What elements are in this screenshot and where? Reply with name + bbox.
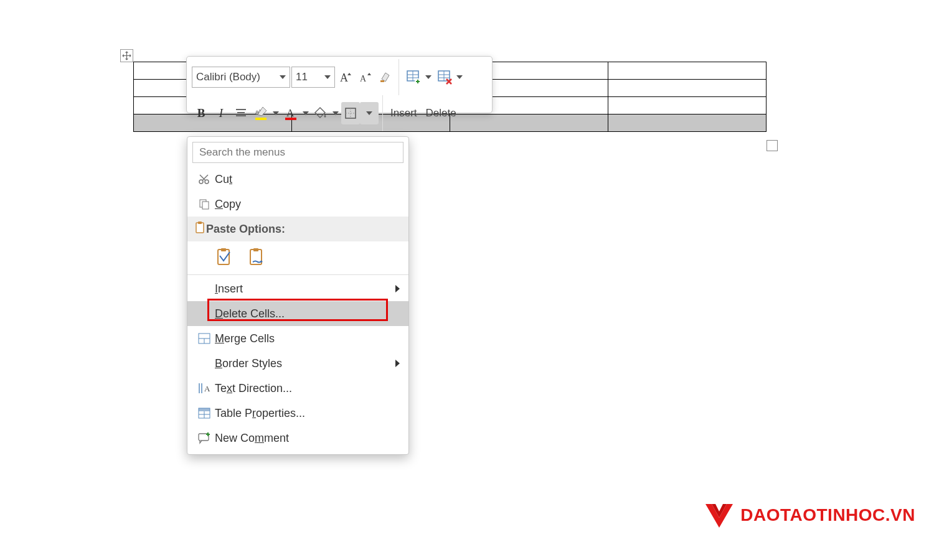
menu-item-merge-cells[interactable]: Merge Cells: [187, 326, 408, 351]
chevron-down-icon: [273, 111, 279, 115]
menu-label: Delete Cells...: [215, 307, 408, 320]
chevron-down-icon: [324, 75, 331, 79]
submenu-arrow-icon: [395, 360, 400, 367]
insert-button[interactable]: Insert: [387, 102, 421, 124]
table-resize-handle-icon[interactable]: [767, 140, 778, 151]
menu-item-table-properties[interactable]: Table Properties...: [187, 401, 408, 426]
svg-text:A: A: [286, 107, 295, 119]
submenu-arrow-icon: [395, 285, 400, 292]
svg-rect-18: [285, 118, 296, 120]
chevron-down-icon: [425, 75, 432, 79]
paste-merge-button[interactable]: [247, 247, 266, 269]
paste-keep-formatting-button[interactable]: [215, 247, 234, 269]
menu-item-copy[interactable]: Copy: [187, 192, 408, 217]
menu-label: New Comment: [215, 432, 408, 445]
menu-label: Text Direction...: [215, 382, 408, 395]
font-color-split-button[interactable]: A: [281, 102, 310, 124]
svg-text:A: A: [340, 72, 348, 84]
font-name-value: Calibri (Body): [196, 71, 260, 83]
svg-rect-29: [221, 248, 226, 251]
menu-label: Copy: [215, 198, 408, 211]
merge-cells-icon: [194, 333, 215, 344]
menu-item-text-direction[interactable]: A Text Direction...: [187, 376, 408, 401]
menu-item-insert[interactable]: Insert: [187, 276, 408, 301]
font-size-value: 11: [296, 71, 308, 83]
grow-font-button[interactable]: A: [336, 66, 355, 88]
paste-icon: [194, 221, 206, 237]
svg-rect-25: [202, 202, 209, 209]
shading-split-button[interactable]: [311, 102, 340, 124]
borders-split-button[interactable]: [341, 102, 379, 124]
svg-rect-28: [218, 250, 229, 264]
paste-options-row: [187, 241, 408, 275]
bold-button[interactable]: B: [192, 102, 210, 124]
menu-item-delete-cells[interactable]: Delete Cells...: [187, 301, 408, 326]
watermark-text: DAOTAOTINHOC.VN: [740, 505, 915, 525]
chevron-down-icon: [456, 75, 463, 79]
format-painter-button[interactable]: [376, 66, 395, 88]
insert-table-split-button[interactable]: [403, 66, 433, 88]
menu-item-border-styles[interactable]: Border Styles: [187, 351, 408, 376]
shrink-font-button[interactable]: A: [356, 66, 375, 88]
copy-icon: [194, 198, 215, 210]
svg-rect-2: [380, 80, 384, 82]
new-comment-icon: [194, 432, 215, 444]
svg-rect-26: [196, 223, 204, 233]
chevron-down-icon: [366, 111, 372, 115]
mini-toolbar: Calibri (Body) 11 A A: [186, 56, 493, 113]
menu-search-input[interactable]: Search the menus: [192, 142, 403, 163]
svg-rect-39: [199, 408, 210, 411]
menu-item-cut[interactable]: Cut: [187, 167, 408, 192]
delete-button[interactable]: Delete: [422, 102, 460, 124]
svg-rect-16: [255, 118, 267, 120]
context-menu: Search the menus Cut Copy Paste Options:…: [187, 136, 409, 455]
menu-item-new-comment[interactable]: New Comment: [187, 426, 408, 450]
delete-table-split-button[interactable]: [434, 66, 464, 88]
svg-text:A: A: [360, 74, 367, 83]
menu-label: Border Styles: [215, 357, 408, 370]
menu-label: Table Properties...: [215, 407, 408, 420]
font-name-combo[interactable]: Calibri (Body): [192, 67, 290, 88]
font-size-combo[interactable]: 11: [291, 67, 335, 88]
text-direction-icon: A: [194, 382, 215, 394]
paste-options-header: Paste Options:: [187, 217, 408, 241]
chevron-down-icon: [333, 111, 339, 115]
svg-text:A: A: [204, 384, 210, 393]
table-move-handle-icon[interactable]: [120, 49, 133, 62]
align-button[interactable]: [232, 102, 250, 124]
menu-label: Paste Options:: [206, 223, 285, 236]
page-root: Calibri (Body) 11 A A: [0, 0, 934, 560]
svg-rect-27: [198, 222, 202, 224]
highlight-split-button[interactable]: ab: [252, 102, 280, 124]
watermark-logo: DAOTAOTINHOC.VN: [703, 500, 915, 530]
scissors-icon: [194, 173, 215, 185]
menu-search-placeholder: Search the menus: [199, 146, 285, 159]
table-properties-icon: [194, 408, 215, 419]
chevron-down-icon: [303, 111, 309, 115]
menu-label: Merge Cells: [215, 332, 408, 345]
menu-label: Cut: [215, 173, 408, 186]
menu-label: Insert: [215, 282, 408, 296]
italic-button[interactable]: I: [212, 102, 230, 124]
svg-rect-31: [253, 248, 258, 251]
chevron-down-icon: [280, 75, 286, 79]
